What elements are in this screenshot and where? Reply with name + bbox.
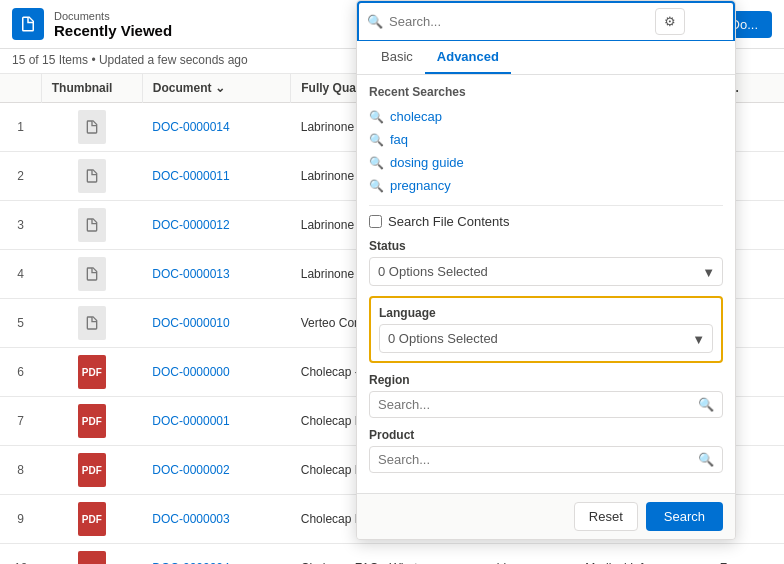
- app-icon: [12, 8, 44, 40]
- recent-search-item[interactable]: 🔍pregnancy: [369, 174, 723, 197]
- row-num: 5: [0, 299, 41, 348]
- search-overlay: 🔍 ⚙ Basic Advanced Recent Searches 🔍chol…: [356, 0, 736, 540]
- search-tabs: Basic Advanced: [357, 41, 735, 75]
- row-num: 7: [0, 397, 41, 446]
- product-field-group: Product 🔍: [369, 428, 723, 473]
- doc-link[interactable]: DOC-0000012: [152, 218, 229, 232]
- product-search-icon: 🔍: [698, 452, 714, 467]
- thumbnail-cell: PDF: [41, 495, 142, 544]
- doc-link-cell[interactable]: DOC-0000011: [142, 152, 290, 201]
- status-select[interactable]: 0 Options Selected: [369, 257, 723, 286]
- fqn-cell: Cholecap FAQ - What are common side e...: [291, 544, 576, 565]
- doc-link[interactable]: DOC-0000014: [152, 120, 229, 134]
- recent-search-item[interactable]: 🔍faq: [369, 128, 723, 151]
- thumbnail-cell: PDF: [41, 348, 142, 397]
- pdf-icon: PDF: [78, 355, 106, 389]
- search-recent-icon: 🔍: [369, 179, 384, 193]
- doc-link[interactable]: DOC-0000002: [152, 463, 229, 477]
- thumbnail-cell: PDF: [41, 446, 142, 495]
- search-recent-icon: 🔍: [369, 110, 384, 124]
- thumbnail-cell: PDF: [41, 544, 142, 565]
- doc-link-cell[interactable]: DOC-0000002: [142, 446, 290, 495]
- doc-link[interactable]: DOC-0000000: [152, 365, 229, 379]
- search-icon: 🔍: [367, 14, 383, 29]
- status-field-group: Status 0 Options Selected ▼: [369, 239, 723, 286]
- tab-basic[interactable]: Basic: [369, 41, 425, 74]
- col-thumbnail[interactable]: Thumbnail: [41, 74, 142, 103]
- doc-link[interactable]: DOC-0000003: [152, 512, 229, 526]
- status-select-wrapper: 0 Options Selected ▼: [369, 257, 723, 286]
- row-num: 2: [0, 152, 41, 201]
- row-num: 4: [0, 250, 41, 299]
- doc-link-cell[interactable]: DOC-0000000: [142, 348, 290, 397]
- col-document[interactable]: Document ⌄: [142, 74, 290, 103]
- settings-button[interactable]: ⚙: [655, 8, 685, 35]
- doc-link-cell[interactable]: DOC-0000013: [142, 250, 290, 299]
- row-num: 3: [0, 201, 41, 250]
- recent-label: Recent Searches: [369, 85, 723, 99]
- doc-link[interactable]: DOC-0000001: [152, 414, 229, 428]
- divider: [369, 205, 723, 206]
- doc-icon: [78, 208, 106, 242]
- doc-link-cell[interactable]: DOC-0000001: [142, 397, 290, 446]
- search-file-contents-checkbox[interactable]: [369, 215, 382, 228]
- product-label: Product: [369, 428, 723, 442]
- doc-link-cell[interactable]: DOC-0000004: [142, 544, 290, 565]
- table-row: 10 PDF DOC-0000004 Cholecap FAQ - What a…: [0, 544, 784, 565]
- region-search-icon: 🔍: [698, 397, 714, 412]
- doc-icon: [78, 110, 106, 144]
- language-select-wrapper: 0 Options Selected ▼: [379, 324, 713, 353]
- thumbnail-cell: [41, 201, 142, 250]
- recent-search-text: faq: [390, 132, 408, 147]
- pdf-icon: PDF: [78, 404, 106, 438]
- pdf-icon: PDF: [78, 502, 106, 536]
- app-wrapper: Documents Recently Viewed New Do... 15 o…: [0, 0, 784, 564]
- recent-search-text: pregnancy: [390, 178, 451, 193]
- recent-search-text: cholecap: [390, 109, 442, 124]
- misc-cell1: Medical Inform...: [575, 544, 709, 565]
- doc-link-cell[interactable]: DOC-0000014: [142, 103, 290, 152]
- doc-link-cell[interactable]: DOC-0000003: [142, 495, 290, 544]
- tab-advanced[interactable]: Advanced: [425, 41, 511, 74]
- recent-search-text: dosing guide: [390, 155, 464, 170]
- doc-link-cell[interactable]: DOC-0000012: [142, 201, 290, 250]
- status-label: Status: [369, 239, 723, 253]
- doc-link[interactable]: DOC-0000010: [152, 316, 229, 330]
- search-file-contents-row: Search File Contents: [369, 214, 723, 229]
- doc-icon: [78, 306, 106, 340]
- row-num: 9: [0, 495, 41, 544]
- doc-link[interactable]: DOC-0000013: [152, 267, 229, 281]
- row-num: 8: [0, 446, 41, 495]
- thumbnail-cell: [41, 299, 142, 348]
- thumbnail-cell: [41, 103, 142, 152]
- row-num: 6: [0, 348, 41, 397]
- row-num: 10: [0, 544, 41, 565]
- search-recent-icon: 🔍: [369, 156, 384, 170]
- region-label: Region: [369, 373, 723, 387]
- product-search-input[interactable]: [378, 452, 694, 467]
- doc-link[interactable]: DOC-0000011: [152, 169, 229, 183]
- doc-icon: [78, 159, 106, 193]
- recent-search-item[interactable]: 🔍dosing guide: [369, 151, 723, 174]
- search-button[interactable]: Search: [646, 502, 723, 531]
- doc-link-cell[interactable]: DOC-0000010: [142, 299, 290, 348]
- language-field-group: Language 0 Options Selected ▼: [369, 296, 723, 363]
- pdf-icon: PDF: [78, 453, 106, 487]
- language-label: Language: [379, 306, 713, 320]
- misc-cell2: Fe: [710, 544, 784, 565]
- search-input[interactable]: [389, 14, 649, 29]
- recent-search-item[interactable]: 🔍cholecap: [369, 105, 723, 128]
- recent-items-container: 🔍cholecap🔍faq🔍dosing guide🔍pregnancy: [369, 105, 723, 197]
- language-select[interactable]: 0 Options Selected: [379, 324, 713, 353]
- col-num: [0, 74, 41, 103]
- reset-button[interactable]: Reset: [574, 502, 638, 531]
- region-field-group: Region 🔍: [369, 373, 723, 418]
- thumbnail-cell: [41, 152, 142, 201]
- search-input-box: 🔍 ⚙: [357, 1, 735, 41]
- thumbnail-cell: [41, 250, 142, 299]
- product-search-box: 🔍: [369, 446, 723, 473]
- search-file-contents-label: Search File Contents: [388, 214, 509, 229]
- region-search-input[interactable]: [378, 397, 694, 412]
- row-num: 1: [0, 103, 41, 152]
- action-row: Reset Search: [357, 493, 735, 539]
